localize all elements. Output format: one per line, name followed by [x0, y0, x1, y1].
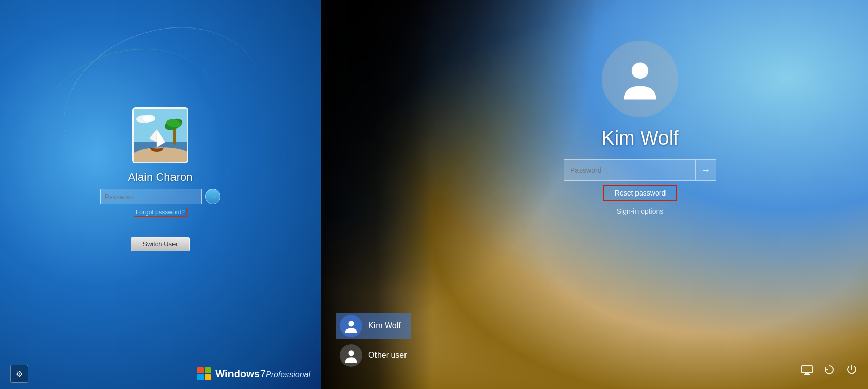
win10-user-avatar-kim — [340, 315, 362, 337]
win10-refresh-icon[interactable] — [823, 364, 835, 379]
svg-point-13 — [348, 321, 354, 326]
svg-point-7 — [143, 115, 155, 122]
win10-user-list: Kim Wolf Other user — [336, 313, 411, 369]
win7-ease-access-button[interactable]: ⚙ — [10, 365, 28, 383]
win10-bottom-right-icons — [801, 364, 858, 379]
win10-user-item-kim[interactable]: Kim Wolf — [336, 313, 411, 339]
win7-password-input[interactable] — [100, 189, 202, 204]
win10-password-row: → — [564, 159, 716, 181]
win10-signin-options-link[interactable]: Sign-in options — [617, 207, 664, 215]
win7-forgot-password-link[interactable]: Forgot password? — [134, 208, 187, 217]
svg-rect-9 — [205, 367, 211, 373]
win7-logo-text: Windows7Professional — [215, 368, 310, 380]
svg-point-14 — [348, 350, 354, 356]
svg-rect-11 — [205, 374, 211, 380]
svg-rect-8 — [197, 367, 204, 373]
svg-rect-16 — [805, 373, 809, 374]
win10-power-icon[interactable] — [846, 364, 858, 379]
win7-bottom-bar: ⚙ Windows7Professional — [0, 358, 321, 389]
win10-reset-password-button[interactable]: Reset password — [603, 185, 677, 201]
win10-login-content: Kim Wolf → Reset password Sign-in option… — [564, 41, 716, 215]
win7-password-row: → — [100, 189, 220, 204]
win10-user-item-other[interactable]: Other user — [336, 342, 411, 369]
win10-submit-button[interactable]: → — [695, 159, 716, 181]
win7-username: Alain Charon — [128, 171, 192, 184]
win10-username: Kim Wolf — [601, 127, 678, 149]
win7-logo: Windows7Professional — [197, 367, 310, 381]
win7-submit-button[interactable]: → — [205, 189, 220, 204]
win10-panel: Kim Wolf → Reset password Sign-in option… — [321, 0, 868, 389]
svg-rect-15 — [802, 366, 812, 373]
svg-point-12 — [632, 63, 648, 79]
win10-user-name-other: Other user — [368, 351, 407, 360]
win10-password-input[interactable] — [564, 159, 695, 181]
win7-user-avatar — [132, 107, 188, 163]
win7-panel: Alain Charon → Forgot password? Switch U… — [0, 0, 321, 389]
win7-ease-icon: ⚙ — [16, 369, 23, 379]
win7-login-form: Alain Charon → Forgot password? Switch U… — [0, 0, 321, 389]
win10-user-name-kim: Kim Wolf — [368, 321, 401, 330]
win10-user-avatar-other — [340, 344, 362, 367]
win10-user-avatar-circle — [602, 41, 678, 117]
win10-network-icon[interactable] — [801, 364, 813, 379]
svg-rect-17 — [804, 374, 810, 375]
svg-rect-10 — [197, 374, 204, 380]
win7-switch-user-button[interactable]: Switch User — [131, 237, 189, 251]
